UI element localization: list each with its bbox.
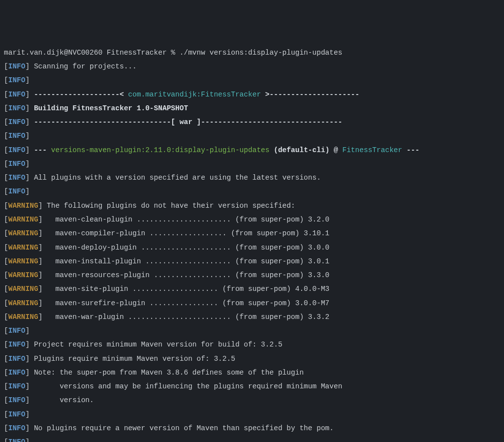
level-info: INFO [8,104,26,112]
terminal-line: [INFO] --------------------< com.maritva… [4,88,500,101]
terminal-line: [INFO] [4,435,500,442]
terminal-line: [INFO] [4,408,500,421]
level-info: INFO [8,410,26,418]
level-info: INFO [8,396,26,404]
level-info: INFO [8,118,26,126]
terminal-line: [WARNING] maven-resources-plugin .......… [4,268,500,282]
maven-project: FitnessTracker [342,146,402,154]
level-warning: WARNING [8,271,38,279]
terminal-line: [INFO] versions and may be influencing t… [4,379,500,393]
level-info: INFO [8,424,26,432]
terminal-line: [INFO] No plugins require a newer versio… [4,421,500,435]
terminal-line: [INFO] Plugins require minimum Maven ver… [4,352,500,366]
level-warning: WARNING [8,299,38,307]
artifact-id: com.maritvandijk:FitnessTracker [128,91,261,98]
terminal-line: [WARNING] The following plugins do not h… [4,199,500,213]
level-info: INFO [8,327,26,335]
level-info: INFO [8,91,26,98]
maven-goal: versions-maven-plugin:2.11.0:display-plu… [51,146,270,154]
level-info: INFO [8,146,26,154]
terminal-line: [INFO] --- versions-maven-plugin:2.11.0:… [4,143,500,157]
terminal-line: [INFO] [4,129,500,143]
level-warning: WARNING [8,229,38,237]
level-warning: WARNING [8,257,38,265]
terminal-line: [INFO] [4,73,500,87]
terminal-line: [WARNING] maven-compiler-plugin ........… [4,226,500,240]
terminal-line: [INFO] [4,324,500,338]
level-info: INFO [8,369,26,377]
shell-prompt: marit.van.dijk@NVC00260 FitnessTracker % [4,49,180,57]
level-warning: WARNING [8,216,38,223]
level-info: INFO [8,174,26,182]
level-info: INFO [8,438,26,442]
level-warning: WARNING [8,244,38,252]
terminal-line: [WARNING] maven-deploy-plugin ..........… [4,241,500,254]
terminal-line: [WARNING] maven-surefire-plugin ........… [4,296,500,310]
terminal-line: [WARNING] maven-site-plugin ............… [4,282,500,296]
terminal-line: [INFO] Project requires minimum Maven ve… [4,338,500,351]
terminal-line: [WARNING] maven-clean-plugin ...........… [4,213,500,226]
terminal-line: [WARNING] maven-war-plugin .............… [4,310,500,324]
level-info: INFO [8,63,26,70]
level-warning: WARNING [8,285,38,293]
terminal-line: [INFO] version. [4,393,500,407]
terminal-line: [INFO] [4,185,500,198]
command: ./mvnw versions:display-plugin-updates [180,49,343,57]
terminal-line: [INFO] Building FitnessTracker 1.0-SNAPS… [4,101,500,115]
level-info: INFO [8,160,26,168]
building-line: Building FitnessTracker 1.0-SNAPSHOT [34,104,188,112]
level-info: INFO [8,341,26,348]
terminal-line: [WARNING] maven-install-plugin .........… [4,254,500,268]
terminal-line: marit.van.dijk@NVC00260 FitnessTracker %… [4,46,500,60]
level-warning: WARNING [8,313,38,321]
terminal-line: [INFO] Scanning for projects... [4,60,500,73]
terminal-output[interactable]: marit.van.dijk@NVC00260 FitnessTracker %… [4,46,500,442]
terminal-line: [INFO] --------------------------------[… [4,115,500,129]
level-info: INFO [8,76,26,84]
terminal-line: [INFO] [4,157,500,171]
level-info: INFO [8,355,26,363]
level-warning: WARNING [8,202,38,210]
level-info: INFO [8,132,26,140]
terminal-line: [INFO] Note: the super-pom from Maven 3.… [4,366,500,379]
terminal-line: [INFO] All plugins with a version specif… [4,171,500,185]
level-info: INFO [8,382,26,390]
level-info: INFO [8,188,26,195]
